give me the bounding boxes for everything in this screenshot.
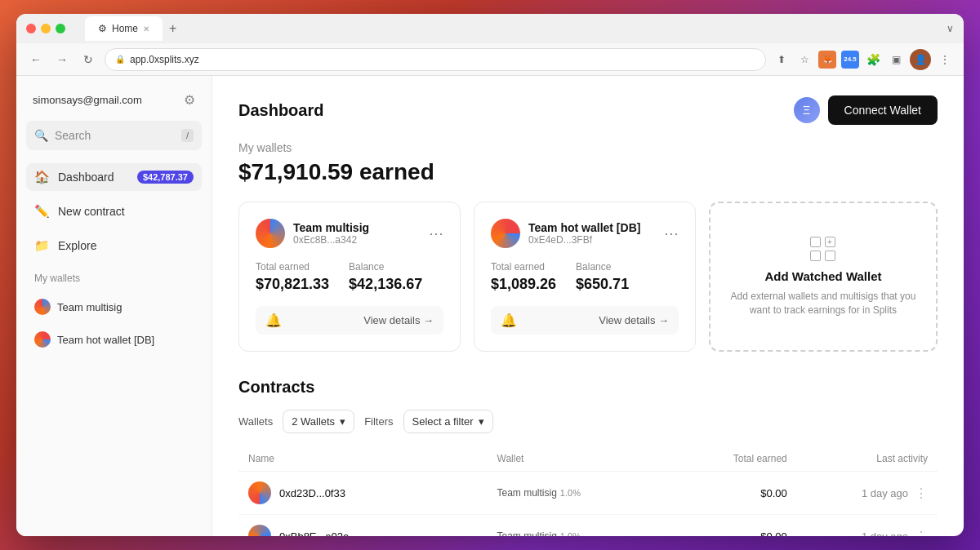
maximize-button[interactable] <box>56 24 65 33</box>
user-avatar[interactable]: 👤 <box>910 49 931 70</box>
wallets-filter-select[interactable]: 2 Wallets ▾ <box>283 410 354 433</box>
view-details-label-2: View details → <box>599 314 669 326</box>
table-row[interactable]: 0xBb8E...e02e Team multisig 1.0% $0.00 1… <box>238 515 938 536</box>
sidebar-item-explore-label: Explore <box>58 239 96 252</box>
bookmark-icon[interactable]: ☆ <box>795 51 813 69</box>
sidebar-toggle-icon[interactable]: ▣ <box>887 51 905 69</box>
connect-wallet-button[interactable]: Connect Wallet <box>828 95 938 125</box>
page-title: Dashboard <box>238 101 323 120</box>
tab-close-icon[interactable]: ✕ <box>143 24 149 33</box>
window-controls[interactable]: ∨ <box>947 23 954 34</box>
row-1-wallet: Team multisig <box>497 487 557 499</box>
row-2-menu-icon[interactable]: ⋮ <box>915 529 928 537</box>
traffic-lights <box>26 24 65 33</box>
ext-badge-1[interactable]: 24.5 <box>841 51 859 69</box>
wallet-card-footer-1: 🔔 View details → <box>256 306 443 335</box>
row-2-avatar <box>248 525 271 536</box>
row-2-name-cell: 0xBb8E...e02e <box>248 525 497 536</box>
row-2-wallet-pct: 1.0% <box>560 531 581 536</box>
edit-icon: ✏️ <box>34 204 50 219</box>
total-earned-value-1: $70,821.33 <box>256 276 329 293</box>
tab-title: Home <box>112 23 138 34</box>
total-earned-label-1: Total earned <box>256 261 329 273</box>
search-bar[interactable]: 🔍 Search / <box>26 121 202 150</box>
grid-add-icon: + <box>810 237 836 263</box>
user-email: simonsays@gmail.com <box>33 94 142 106</box>
table-header: Name Wallet Total earned Last activity <box>238 446 938 472</box>
sidebar-wallet-team-hot[interactable]: Team hot wallet [DB] <box>26 326 202 353</box>
wallet-big-avatar-2 <box>491 219 520 248</box>
view-details-label-1: View details → <box>363 314 434 326</box>
wallet-card-2-header: Team hot wallet [DB] 0xE4eD...3FBf ⋯ <box>491 219 679 248</box>
share-icon[interactable]: ⬆ <box>773 51 791 69</box>
new-tab-button[interactable]: + <box>169 21 176 36</box>
col-header-activity: Last activity <box>804 453 928 464</box>
row-1-name: 0xd23D...0f33 <box>279 487 345 499</box>
forward-button[interactable]: → <box>52 50 72 69</box>
app-body: simonsays@gmail.com ⚙ 🔍 Search / 🏠 Dashb… <box>16 76 964 536</box>
tab-favicon: ⚙ <box>98 23 107 34</box>
table-row[interactable]: 0xd23D...0f33 Team multisig 1.0% $0.00 1… <box>238 472 938 515</box>
view-details-btn-1[interactable]: View details → <box>363 314 434 326</box>
wallet-card-footer-2: 🔔 View details → <box>491 306 679 335</box>
sidebar: simonsays@gmail.com ⚙ 🔍 Search / 🏠 Dashb… <box>16 76 212 536</box>
ethereum-icon: Ξ <box>794 97 820 123</box>
wallet-card-team-multisig: Team multisig 0xEc8B...a342 ⋯ Total earn… <box>238 202 461 352</box>
contracts-filters: Wallets 2 Wallets ▾ Filters Select a fil… <box>238 410 938 433</box>
browser-titlebar: ⚙ Home ✕ + ∨ <box>16 14 964 43</box>
wallets-chevron-icon: ▾ <box>340 415 345 428</box>
my-wallets-section: My wallets $71,910.59 earned Team multis… <box>238 141 938 352</box>
back-button[interactable]: ← <box>26 50 46 69</box>
sidebar-item-dashboard[interactable]: 🏠 Dashboard $42,787.37 <box>26 163 202 191</box>
url-text: app.0xsplits.xyz <box>130 54 199 65</box>
wallets-grid: Team multisig 0xEc8B...a342 ⋯ Total earn… <box>238 202 938 352</box>
main-content: Dashboard Ξ Connect Wallet My wallets $7… <box>212 76 964 536</box>
sidebar-item-new-contract-label: New contract <box>58 205 125 218</box>
search-icon: 🔍 <box>34 129 48 142</box>
bell-icon-1[interactable]: 🔔 <box>265 313 282 328</box>
bell-icon-2[interactable]: 🔔 <box>501 313 517 328</box>
page-header: Dashboard Ξ Connect Wallet <box>238 95 938 125</box>
lock-icon: 🔒 <box>115 55 125 64</box>
sidebar-item-explore[interactable]: 📁 Explore <box>26 232 202 259</box>
wallet-card-team-hot: Team hot wallet [DB] 0xE4eD...3FBf ⋯ Tot… <box>474 202 696 352</box>
address-bar[interactable]: 🔒 app.0xsplits.xyz <box>105 48 766 71</box>
search-placeholder-text: Search <box>55 129 175 142</box>
reload-button[interactable]: ↻ <box>78 50 98 69</box>
close-button[interactable] <box>26 24 36 33</box>
col-header-earned: Total earned <box>663 453 804 464</box>
row-1-menu-icon[interactable]: ⋮ <box>915 486 928 501</box>
active-tab[interactable]: ⚙ Home ✕ <box>85 16 163 41</box>
wallet-big-avatar-1 <box>256 219 285 248</box>
contracts-title: Contracts <box>238 378 938 397</box>
toolbar-icons: ⬆ ☆ 🦊 24.5 🧩 ▣ 👤 ⋮ <box>773 49 954 70</box>
view-details-btn-2[interactable]: View details → <box>599 314 669 326</box>
more-options-icon[interactable]: ⋮ <box>936 51 954 69</box>
filter-value: Select a filter <box>412 415 474 428</box>
wallet-name-1: Team multisig <box>293 221 369 234</box>
wallet-menu-icon-1[interactable]: ⋯ <box>429 224 443 242</box>
add-watched-wallet-card[interactable]: + Add Watched Wallet Add external wallet… <box>709 202 938 352</box>
row-2-activity-cell: 1 day ago ⋮ <box>804 529 928 537</box>
sidebar-item-new-contract[interactable]: ✏️ New contract <box>26 197 202 225</box>
row-1-name-cell: 0xd23D...0f33 <box>248 481 497 504</box>
ext-icon-2[interactable]: 🧩 <box>864 51 882 69</box>
metamask-extension[interactable]: 🦊 <box>818 51 836 69</box>
browser-toolbar: ← → ↻ 🔒 app.0xsplits.xyz ⬆ ☆ 🦊 24.5 🧩 ▣ … <box>16 43 964 76</box>
col-header-wallet: Wallet <box>497 453 663 464</box>
settings-icon[interactable]: ⚙ <box>184 92 195 108</box>
row-1-avatar <box>248 481 271 504</box>
filters-label: Filters <box>364 415 393 428</box>
row-2-activity: 1 day ago <box>862 530 908 537</box>
sidebar-wallet-team-multisig[interactable]: Team multisig <box>26 294 202 320</box>
filter-select[interactable]: Select a filter ▾ <box>403 410 493 433</box>
wallets-filter-label: Wallets <box>238 415 273 428</box>
minimize-button[interactable] <box>41 24 51 33</box>
row-1-activity-cell: 1 day ago ⋮ <box>804 486 928 501</box>
col-header-name: Name <box>248 453 497 464</box>
wallet-menu-icon-2[interactable]: ⋯ <box>664 224 679 242</box>
total-earned: $71,910.59 earned <box>238 159 938 185</box>
user-row: simonsays@gmail.com ⚙ <box>26 89 202 111</box>
row-2-name: 0xBb8E...e02e <box>279 530 349 537</box>
wallet-name-2: Team hot wallet [DB] <box>528 221 640 234</box>
